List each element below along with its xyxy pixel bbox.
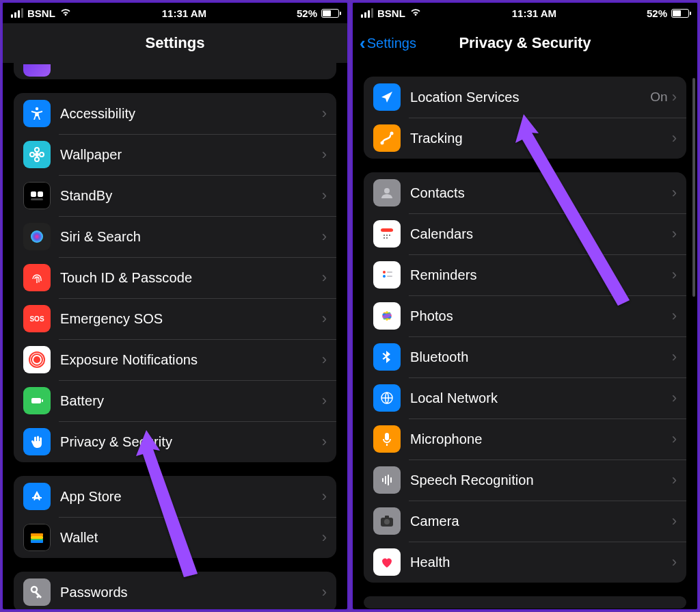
svg-rect-43: [385, 433, 389, 440]
chevron-right-icon: ›: [672, 266, 677, 284]
camera-icon: [373, 507, 401, 535]
row-label: Bluetooth: [410, 349, 672, 365]
key-icon: [23, 578, 51, 606]
mic-icon: [373, 425, 401, 453]
chevron-right-icon: ›: [322, 433, 327, 451]
svg-rect-50: [385, 516, 389, 518]
photos-icon: [373, 302, 401, 330]
settings-group: Contacts›Calendars›Reminders›Photos›Blue…: [364, 172, 686, 583]
row-calendars[interactable]: Calendars›: [364, 213, 686, 254]
row-touchid[interactable]: Touch ID & Passcode›: [14, 257, 336, 298]
svg-point-5: [40, 152, 44, 157]
row-label: Exposure Notifications: [60, 352, 322, 368]
row-contacts[interactable]: Contacts›: [364, 172, 686, 213]
row-health[interactable]: Health›: [364, 542, 686, 583]
chevron-right-icon: ›: [672, 471, 677, 489]
chevron-right-icon: ›: [322, 269, 327, 287]
back-button[interactable]: ‹ Settings: [360, 23, 416, 63]
svg-point-22: [390, 132, 394, 135]
row-location[interactable]: Location ServicesOn›: [364, 77, 686, 118]
sos-icon: SOS: [23, 305, 51, 332]
row-reminders[interactable]: Reminders›: [364, 254, 686, 295]
row-label: Speech Recognition: [410, 473, 672, 488]
chevron-right-icon: ›: [672, 184, 677, 202]
row-label: Battery: [60, 393, 322, 409]
row-accessibility[interactable]: Accessibility›: [14, 93, 336, 134]
svg-point-27: [386, 235, 388, 236]
privacy-list[interactable]: Location ServicesOn›Tracking›Contacts›Ca…: [353, 63, 697, 609]
row-privacy[interactable]: Privacy & Security›: [14, 421, 336, 462]
row-label: Contacts: [410, 185, 672, 201]
svg-rect-17: [31, 536, 43, 539]
svg-point-11: [33, 356, 40, 363]
row-camera[interactable]: Camera›: [364, 501, 686, 542]
row-wallpaper[interactable]: Wallpaper›: [14, 134, 336, 175]
svg-point-33: [383, 275, 386, 278]
chevron-right-icon: ›: [672, 553, 677, 571]
flower-icon: [23, 141, 51, 168]
clock-label: 11:31 AM: [512, 8, 556, 19]
wallet-icon: [23, 524, 51, 551]
row-siri[interactable]: Siri & Search›: [14, 216, 336, 257]
nav-header: Settings: [3, 23, 347, 63]
settings-list[interactable]: Accessibility›Wallpaper›StandBy›Siri & S…: [3, 63, 347, 609]
row-appstore[interactable]: App Store›: [14, 476, 336, 517]
chevron-right-icon: ›: [322, 488, 327, 505]
wifi-icon: [59, 8, 72, 19]
status-bar: BSNL 11:31 AM 52%: [353, 3, 697, 23]
scrollbar-indicator: [692, 78, 695, 297]
svg-point-23: [384, 188, 390, 194]
svg-point-30: [386, 237, 388, 239]
chevron-right-icon: ›: [672, 512, 677, 530]
row-label: Emergency SOS: [60, 311, 322, 327]
reminders-icon: [373, 261, 401, 289]
row-localnet[interactable]: Local Network›: [364, 377, 686, 418]
chevron-right-icon: ›: [672, 348, 677, 366]
row-label: Photos: [410, 308, 672, 324]
row-bluetooth[interactable]: Bluetooth›: [364, 336, 686, 377]
battery-icon: [321, 9, 339, 18]
row-label: Local Network: [410, 390, 672, 406]
clockwidget-icon: [23, 182, 51, 209]
bluetooth-icon: [373, 343, 401, 371]
svg-rect-46: [388, 475, 389, 485]
row-standby[interactable]: StandBy›: [14, 175, 336, 216]
chevron-right-icon: ›: [672, 129, 677, 147]
svg-rect-7: [38, 191, 43, 197]
row-tracking[interactable]: Tracking›: [364, 118, 686, 159]
settings-group: Location ServicesOn›Tracking›: [364, 77, 686, 159]
row-battery[interactable]: Battery›: [14, 380, 336, 421]
battery-pct: 52%: [647, 8, 667, 19]
fingerprint-icon: [23, 264, 51, 291]
phone-privacy: BSNL 11:31 AM 52% ‹ Settings Privacy & S…: [351, 1, 699, 611]
row-microphone[interactable]: Microphone›: [364, 418, 686, 460]
clock-label: 11:31 AM: [162, 8, 206, 19]
row-label: Microphone: [410, 431, 672, 447]
svg-rect-19: [31, 540, 43, 543]
svg-point-21: [381, 142, 384, 145]
svg-rect-35: [387, 276, 392, 277]
svg-point-20: [31, 587, 37, 592]
row-passwords[interactable]: Passwords›: [14, 572, 336, 609]
row-label: Touch ID & Passcode: [60, 270, 322, 286]
svg-rect-15: [42, 399, 43, 402]
svg-rect-44: [382, 478, 383, 482]
phone-settings: BSNL 11:31 AM 52% Settings Accessibility…: [1, 1, 349, 611]
svg-point-9: [31, 230, 43, 243]
row-speech[interactable]: Speech Recognition›: [364, 460, 686, 501]
svg-rect-31: [381, 269, 393, 281]
svg-rect-6: [31, 191, 36, 197]
row-exposure[interactable]: Exposure Notifications›: [14, 339, 336, 380]
health-icon: [373, 548, 401, 576]
chevron-right-icon: ›: [672, 225, 677, 243]
svg-point-0: [36, 107, 38, 110]
row-label: App Store: [60, 489, 322, 505]
nav-header: ‹ Settings Privacy & Security: [353, 23, 697, 63]
row-sos[interactable]: SOSEmergency SOS›: [14, 298, 336, 339]
row-wallet[interactable]: Wallet›: [14, 517, 336, 558]
svg-rect-16: [31, 533, 43, 536]
signal-icon: [11, 8, 23, 18]
tracking-icon: [373, 124, 401, 152]
row-photos[interactable]: Photos›: [364, 295, 686, 336]
page-title: Privacy & Security: [459, 34, 591, 52]
